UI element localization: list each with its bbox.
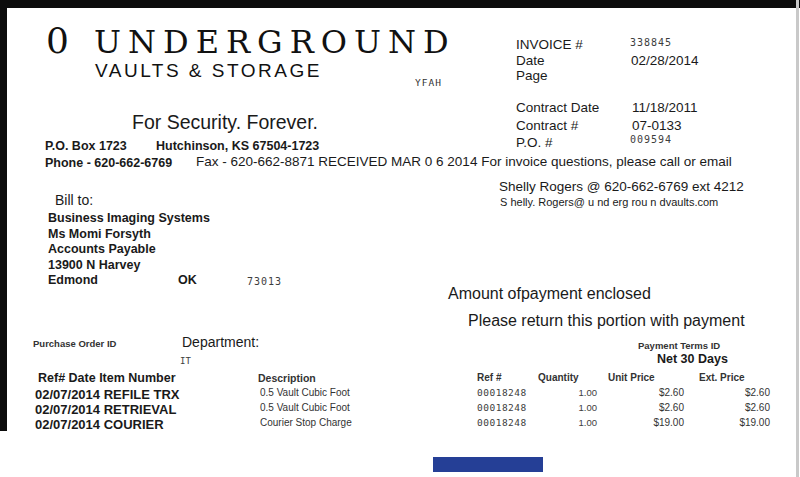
column-header-ref: Ref # xyxy=(477,372,501,383)
row-ref-number: 00018248 xyxy=(477,417,527,428)
row-description: 0.5 Vault Cubic Foot xyxy=(260,402,350,413)
contract-date-value: 11/18/2011 xyxy=(632,100,698,115)
row-unit-price: $19.00 xyxy=(610,417,684,428)
bill-to-city: Edmond xyxy=(48,273,98,287)
row-description: Courier Stop Charge xyxy=(260,417,352,428)
bill-to-attn: Ms Momi Forsyth xyxy=(48,227,151,241)
logo-zero-glyph: 0 xyxy=(46,20,69,61)
scan-left-black-bar xyxy=(0,0,7,431)
payment-terms-label: Payment Terms ID xyxy=(638,340,720,351)
company-tagline: For Security. Forever. xyxy=(132,111,318,134)
contract-number-label: Contract # xyxy=(516,118,578,133)
column-header-unit-price: Unit Price xyxy=(608,372,655,383)
invoice-date-value: 02/28/2014 xyxy=(631,53,699,68)
department-value: IT xyxy=(180,356,191,366)
company-po-box: P.O. Box 1723 xyxy=(45,139,127,153)
invoice-number-label: INVOICE # xyxy=(516,37,583,52)
purchase-order-id-label: Purchase Order ID xyxy=(33,338,116,349)
column-header-description: Description xyxy=(258,372,316,384)
row-unit-price: $2.60 xyxy=(610,402,684,413)
invoice-document: 0 UNDERGROUND VAULTS & STORAGE For Secur… xyxy=(0,0,800,477)
billing-contact-line: Shelly Rogers @ 620-662-6769 ext 4212 xyxy=(499,179,744,194)
return-portion-line: Please return this portion with payment xyxy=(468,312,745,330)
row-ref-number: 00018248 xyxy=(477,387,527,398)
logo-subtitle: VAULTS & STORAGE xyxy=(95,60,322,82)
bill-to-company: Business Imaging Systems xyxy=(48,211,210,225)
company-phone-line: Phone - 620-662-6769 xyxy=(45,156,172,170)
invoice-number-value: 338845 xyxy=(630,37,672,48)
po-number-value: 009594 xyxy=(630,134,672,145)
column-header-quantity: Quantity xyxy=(538,372,579,383)
scan-top-black-bar xyxy=(0,0,800,8)
row-item-number: 02/07/2014 RETRIEVAL xyxy=(35,402,176,417)
redaction-bar xyxy=(433,457,543,472)
po-number-label: P.O. # xyxy=(516,135,553,150)
bill-to-department: Accounts Payable xyxy=(48,242,156,256)
bill-to-state: OK xyxy=(178,273,197,287)
column-header-ext-price: Ext. Price xyxy=(699,372,745,383)
row-item-number: 02/07/2014 COURIER xyxy=(35,417,164,432)
billing-contact-email: S helly. Rogers@ u nd erg rou n dvaults.… xyxy=(500,196,718,208)
bill-to-label: Bill to: xyxy=(55,192,93,208)
row-item-number: 02/07/2014 REFILE TRX xyxy=(35,387,180,402)
amount-enclosed-line: Amount ofpayment enclosed xyxy=(448,285,651,303)
company-city-line: Hutchinson, KS 67504-1723 xyxy=(156,139,319,153)
logo-company-name: UNDERGROUND xyxy=(94,23,456,61)
row-quantity: 1.00 xyxy=(540,387,597,398)
department-label: Department: xyxy=(182,334,259,350)
scan-artifact-text: YFAH xyxy=(415,77,442,88)
contract-number-value: 07-0133 xyxy=(632,118,682,133)
bill-to-zip: 73013 xyxy=(247,276,282,287)
column-header-item: Ref# Date Item Number xyxy=(38,371,176,385)
company-fax-received-line: Fax - 620-662-8871 RECEIVED MAR 0 6 2014… xyxy=(196,154,732,169)
row-ref-number: 00018248 xyxy=(477,402,527,413)
row-quantity: 1.00 xyxy=(540,402,597,413)
row-ext-price: $19.00 xyxy=(690,417,770,428)
row-description: 0.5 Vault Cubic Foot xyxy=(260,387,350,398)
contract-date-label: Contract Date xyxy=(516,100,599,115)
row-quantity: 1.00 xyxy=(540,417,597,428)
payment-terms-value: Net 30 Days xyxy=(657,352,728,366)
invoice-page-label: Page xyxy=(516,68,548,83)
row-unit-price: $2.60 xyxy=(610,387,684,398)
bill-to-street: 13900 N Harvey xyxy=(48,258,140,272)
invoice-date-label: Date xyxy=(516,53,545,68)
scan-right-edge-line xyxy=(796,0,799,477)
row-ext-price: $2.60 xyxy=(690,387,770,398)
row-ext-price: $2.60 xyxy=(690,402,770,413)
